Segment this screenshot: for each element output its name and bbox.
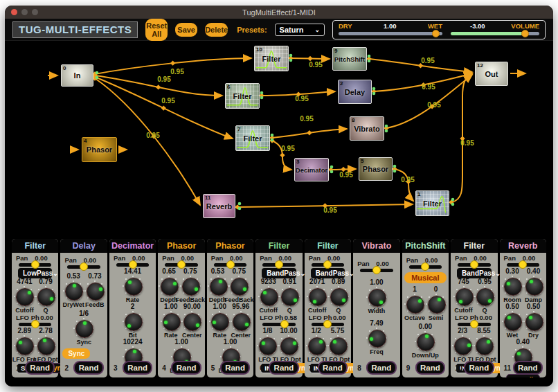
knob-dial[interactable]: [428, 296, 446, 314]
knob-lfo-t[interactable]: [257, 335, 278, 356]
node-phasor-4[interactable]: 4Phasor: [82, 137, 117, 162]
node-pitchshift-9[interactable]: 9PitchShift: [332, 47, 367, 71]
knob-wet[interactable]: [502, 311, 523, 332]
knob-width[interactable]: [366, 287, 387, 308]
lfo-phase-slider-thumb[interactable]: [280, 320, 289, 328]
knob-sync[interactable]: [73, 318, 94, 339]
knob-center[interactable]: [181, 311, 202, 332]
knob-q[interactable]: [35, 286, 56, 307]
knob-dial[interactable]: [406, 296, 424, 314]
pan-slider[interactable]: [262, 263, 295, 267]
knob-dial[interactable]: [37, 288, 55, 306]
sync-button[interactable]: Sync: [62, 348, 90, 359]
filter-type-select[interactable]: LowPass⌄: [18, 268, 52, 278]
pan-slider-thumb[interactable]: [470, 260, 478, 269]
knob-cutoff[interactable]: [453, 286, 474, 307]
knob-lfo-dpt[interactable]: [278, 335, 299, 356]
knob-dial[interactable]: [233, 313, 251, 331]
knob-lfo-dpt[interactable]: [35, 335, 56, 356]
knob-dial[interactable]: [182, 278, 200, 296]
knob-dial[interactable]: [65, 283, 83, 301]
minimize-button[interactable]: [21, 9, 28, 15]
knob-depth[interactable]: [159, 276, 179, 296]
pan-slider-thumb[interactable]: [275, 260, 283, 269]
node-filter-7[interactable]: 7Filter: [235, 125, 270, 151]
knob-cutoff[interactable]: [258, 286, 279, 307]
knob-dial[interactable]: [87, 283, 105, 301]
knob-dial[interactable]: [280, 337, 298, 355]
knob-octave[interactable]: [404, 294, 425, 314]
node-decimator-3[interactable]: 3Decimator: [294, 158, 329, 181]
filter-type-select[interactable]: BandPass⌄: [311, 268, 345, 278]
rand-button[interactable]: Rand: [171, 361, 201, 375]
save-button[interactable]: Save: [175, 23, 197, 37]
knob-dial[interactable]: [125, 313, 143, 331]
rand-button[interactable]: Rand: [415, 361, 445, 375]
knob-semi[interactable]: [426, 294, 447, 314]
knob-room[interactable]: [502, 276, 523, 296]
knob-rate[interactable]: [209, 311, 230, 332]
knob-dial[interactable]: [368, 289, 386, 307]
knob-cutoff[interactable]: [14, 286, 35, 307]
knob-dial[interactable]: [308, 337, 326, 355]
knob-down-up[interactable]: [415, 331, 435, 352]
lfo-phase-slider[interactable]: [19, 323, 51, 326]
knob-dial[interactable]: [456, 288, 474, 306]
knob-freq[interactable]: [366, 328, 387, 348]
pan-slider-thumb[interactable]: [177, 260, 186, 269]
rand-button[interactable]: Rand: [464, 361, 494, 375]
knob-dial[interactable]: [161, 278, 179, 296]
knob-damp[interactable]: [523, 276, 544, 296]
lfo-phase-slider[interactable]: [262, 323, 295, 326]
knob-dial[interactable]: [163, 313, 181, 331]
knob-lfo-t[interactable]: [452, 335, 473, 356]
knob-bit[interactable]: [123, 311, 143, 332]
node-phasor-5[interactable]: 5Phasor: [359, 157, 393, 181]
knob-dial[interactable]: [330, 337, 348, 355]
knob-q[interactable]: [474, 286, 495, 307]
knob-dial[interactable]: [476, 337, 494, 355]
lfo-phase-slider[interactable]: [312, 323, 344, 326]
knob-dial[interactable]: [368, 330, 386, 348]
knob-dial[interactable]: [504, 313, 522, 331]
pan-slider-thumb[interactable]: [31, 260, 39, 269]
delete-button[interactable]: Delete: [205, 23, 228, 37]
pan-slider-thumb[interactable]: [80, 262, 88, 271]
musical-button[interactable]: Musical: [404, 272, 446, 283]
drywet-slider-thumb[interactable]: [432, 30, 440, 37]
pan-slider-thumb[interactable]: [226, 260, 235, 269]
knob-dial[interactable]: [210, 278, 228, 296]
knob-dial[interactable]: [37, 337, 55, 355]
pan-slider[interactable]: [214, 263, 246, 267]
knob-dial[interactable]: [525, 313, 543, 331]
knob-lfo-frq[interactable]: [14, 335, 35, 356]
pan-slider[interactable]: [116, 263, 149, 267]
knob-dial[interactable]: [125, 278, 143, 296]
preset-select[interactable]: Saturn ⌄: [275, 24, 325, 36]
rand-button[interactable]: Rand: [269, 361, 298, 375]
knob-drywet[interactable]: [63, 280, 84, 301]
lfo-phase-slider[interactable]: [458, 323, 490, 326]
node-reverb-11[interactable]: 11Reverb: [203, 194, 235, 218]
pan-slider-thumb[interactable]: [129, 260, 137, 269]
knob-depth[interactable]: [208, 276, 228, 296]
knob-cutoff[interactable]: [307, 286, 327, 307]
knob-lfo-t[interactable]: [306, 335, 327, 356]
knob-dial[interactable]: [504, 278, 522, 296]
drywet-slider[interactable]: [339, 32, 442, 35]
pan-slider[interactable]: [409, 265, 442, 269]
knob-dial[interactable]: [417, 333, 435, 351]
filter-type-select[interactable]: BandPass⌄: [457, 268, 491, 278]
reset-all-button[interactable]: Reset All: [145, 19, 168, 41]
knob-lfo-dpt[interactable]: [474, 335, 494, 356]
rand-button[interactable]: Rand: [318, 361, 348, 375]
volume-slider-thumb[interactable]: [521, 30, 529, 37]
pan-slider[interactable]: [312, 263, 344, 267]
pan-slider[interactable]: [507, 263, 539, 267]
node-vibrato-8[interactable]: 8Vibrato: [350, 116, 384, 141]
node-in-0[interactable]: 0In: [61, 64, 93, 87]
node-out-12[interactable]: 12Out: [475, 62, 508, 86]
pan-slider-thumb[interactable]: [372, 266, 381, 274]
node-filter-1[interactable]: 1Filter: [415, 190, 449, 216]
knob-q[interactable]: [279, 286, 300, 307]
